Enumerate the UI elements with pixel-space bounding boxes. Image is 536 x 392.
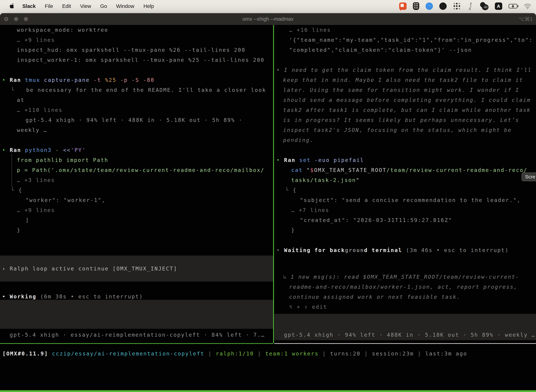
tmux-bottom-border [274, 343, 536, 344]
terminal-line [274, 145, 536, 155]
terminal-line: } [274, 225, 536, 235]
terminal-line: gpt-5.4 xhigh · 94% left · 488K in · 5.1… [274, 330, 536, 340]
menu-item-view[interactable]: View [80, 3, 91, 9]
terminal-line: weekly … [0, 125, 273, 135]
terminal-line: "worker": "worker-1", [0, 195, 273, 205]
worker-model-status-line: gpt-5.4 xhigh · 94% left · 488K in · 5.1… [274, 330, 536, 340]
terminal-line: ↳ 1 new msg(s): read $OMX_TEAM_STATE_ROO… [274, 272, 536, 282]
terminal-line: at [0, 95, 273, 105]
terminal-window: omx --xhigh --madmax ⌥⌘1 workspace_mode:… [0, 13, 536, 392]
mailbox-message-block: ↳ 1 new msg(s): read $OMX_TEAM_STATE_ROO… [274, 272, 536, 312]
tmux-pane-hud[interactable]: workspace_mode: worktree… +9 linesinspec… [0, 25, 273, 343]
terminal-line: "subject": "send a concise recommendatio… [274, 195, 536, 205]
terminal-line: should send a message before completing … [274, 95, 536, 105]
terminal-line: cat "$OMX_TEAM_STATE_ROOT/team/review-cu… [274, 165, 536, 175]
wifi-icon[interactable] [524, 3, 531, 9]
menu-item-window[interactable]: Window [116, 3, 134, 9]
terminal-line: • I need to get the claim token from the… [274, 65, 536, 75]
battery-icon[interactable] [509, 4, 517, 9]
menu-item-go[interactable]: Go [100, 3, 107, 9]
terminal-line: continue assigned work or next feasible … [274, 292, 536, 302]
ralph-loop-panel: › Ralph loop active continue [OMX_TMUX_I… [0, 256, 273, 281]
tmux-host-and-clock: "MacBook-Pro-44.local" 05:03 31-Mar-26 [390, 390, 535, 392]
terminal-line [0, 65, 273, 75]
count-badge-label: ..61 [482, 4, 488, 10]
menu-item-help[interactable]: Help [144, 3, 154, 9]
worker-output-stream: … +16 lines'{"team_name":"my-team","task… [274, 25, 536, 235]
apple-menu-icon[interactable] [10, 3, 14, 9]
terminal-line: is in progress? It seems likely but perh… [274, 115, 536, 125]
chat-badge-icon[interactable] [399, 2, 407, 10]
terminal-line: "completed","claim_token":"claim-token"}… [274, 45, 536, 55]
terminal-line: workspace_mode: worktree [0, 25, 273, 35]
terminal-line: } [0, 225, 273, 235]
a-key-icon[interactable]: A [495, 2, 502, 10]
terminal-line: › Ralph loop active continue [OMX_TMUX_I… [0, 264, 273, 274]
window-title: omx --xhigh --madmax [0, 16, 536, 22]
terminal-line: p = Path('.omx/state/team/review-current… [0, 165, 273, 175]
terminal-line: '{"team_name":"my-team","task_id":"1","f… [274, 35, 536, 45]
tmux-status-bar: [omx-cczip0:bash* "MacBook-Pro-44.local"… [0, 390, 536, 392]
terminal-line: ⌥ + ↑ edit [274, 302, 536, 312]
menu-status-icons: ..61 A [399, 2, 531, 10]
menu-bar: SlackFileEditViewGoWindowHelp ..61 A [0, 0, 536, 12]
terminal-line: • Waiting for background terminal (3m 46… [274, 245, 536, 255]
dragon-icon[interactable] [467, 2, 473, 10]
terminal-line: gpt-5.4 xhigh · essay/ai-reimplementatio… [0, 330, 273, 340]
terminal-line: … +9 lines [0, 35, 273, 45]
terminal-line: inspect_hud: omx sparkshell --tmux-pane … [0, 45, 273, 55]
terminal-line: [OMX#0.11.9] cczip/essay/ai-reimplementa… [0, 349, 536, 359]
menu-item-file[interactable]: File [45, 3, 53, 9]
terminal-line: inspect task2's JSON, focusing on the st… [274, 125, 536, 135]
terminal-line: └ be necessary for the end of the README… [0, 85, 273, 95]
terminal-line [274, 55, 536, 65]
hud-prompt-box[interactable]: › Improve documentation in @filename [0, 300, 273, 329]
terminal-line: … +9 lines [0, 205, 273, 215]
terminal-line: • Ran tmux capture-pane -t %25 -p -S -80 [0, 75, 273, 85]
terminal-line: ] [0, 215, 273, 225]
terminal-line: keep that in mind. Maybe I also need the… [274, 75, 536, 85]
terminal-line: tasks/task-2.json" [274, 175, 536, 185]
menu-item-slack[interactable]: Slack [22, 3, 36, 9]
app-menu-items: SlackFileEditViewGoWindowHelp [22, 3, 154, 9]
tmux-bottom-border-active [0, 343, 273, 344]
menu-item-edit[interactable]: Edit [62, 3, 71, 9]
terminal-line: from pathlib import Path [0, 155, 273, 165]
shield-grid-icon[interactable] [413, 2, 419, 10]
terminal-line: … +7 lines [274, 205, 536, 215]
terminal-line: readme-and-reco/mailbox/worker-1.json, a… [274, 282, 536, 292]
screenshot-tooltip: Scre [522, 173, 536, 181]
terminal-line: later. Using the same for transition mig… [274, 85, 536, 95]
heredoc-connector-rule [12, 154, 12, 187]
tmux-session-label: [omx-cczip0:bash* [2, 390, 67, 392]
tmux-vertical-border-active[interactable] [273, 25, 274, 343]
terminal-line [0, 135, 273, 145]
dots-grid-icon[interactable] [453, 2, 461, 10]
hud-model-status-line: gpt-5.4 xhigh · essay/ai-reimplementatio… [0, 330, 273, 340]
a-key-label: A [497, 4, 500, 9]
terminal-line: pending. [274, 135, 536, 145]
terminal-line: • Ran python3 - <<'PY' [0, 145, 273, 155]
terminal-line: "created_at": "2026-03-31T11:59:27.816Z" [274, 215, 536, 225]
waiting-status-line: • Waiting for background terminal (3m 46… [274, 245, 536, 255]
terminal-line: • Ran set -euo pipefail [274, 155, 536, 165]
terminal-line: └ { [0, 185, 273, 195]
terminal-content: workspace_mode: worktree… +9 linesinspec… [0, 25, 536, 392]
terminal-line: … +3 lines [0, 175, 273, 185]
window-title-bar[interactable]: omx --xhigh --madmax ⌥⌘1 [0, 13, 536, 25]
moon-circle-icon[interactable] [439, 2, 447, 10]
window-shortcut-hint: ⌥⌘1 [519, 13, 533, 25]
terminal-line: … +110 lines [0, 105, 273, 115]
terminal-line: … +16 lines [274, 25, 536, 35]
hud-output-stream: workspace_mode: worktree… +9 linesinspec… [0, 25, 273, 235]
terminal-line: gpt-5.4 xhigh · 94% left · 488K in · 5.1… [0, 115, 273, 125]
terminal-line: inspect_worker-1: omx sparkshell --tmux-… [0, 55, 273, 65]
terminal-line: task2 after task1 is complete, but can I… [274, 105, 536, 115]
tmux-pane-worker[interactable]: … +16 lines'{"team_name":"my-team","task… [274, 25, 536, 343]
omx-status-line: [OMX#0.11.9] cczip/essay/ai-reimplementa… [0, 349, 536, 359]
count-badge-icon[interactable]: ..61 [479, 2, 488, 10]
messenger-icon[interactable] [426, 2, 433, 10]
terminal-line: └ { [274, 185, 536, 195]
